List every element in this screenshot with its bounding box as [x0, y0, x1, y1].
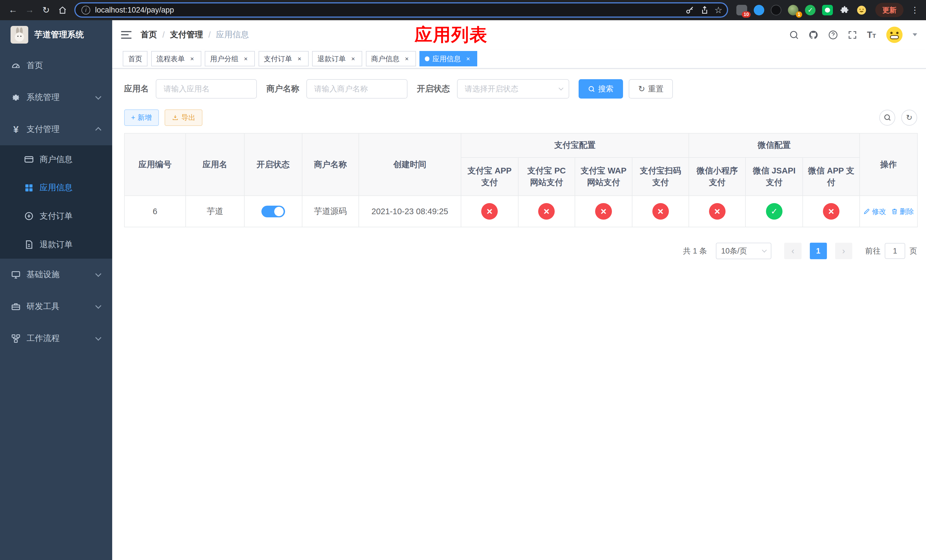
sidebar-toggle-icon[interactable]: [121, 31, 132, 39]
application-window: ← → ↻ i localhost:1024/pay/app ☆ 10: [0, 0, 926, 560]
edit-button[interactable]: 修改: [863, 207, 886, 216]
site-info-icon[interactable]: i: [82, 6, 90, 15]
page-annotation: 应用列表: [415, 23, 488, 47]
total-count: 共 1 条: [683, 246, 707, 256]
tab-merchant-info[interactable]: 商户信息×: [366, 51, 416, 67]
fullscreen-icon[interactable]: [847, 30, 857, 40]
toggle-search-button[interactable]: [879, 110, 895, 126]
delete-button[interactable]: 删除: [891, 207, 914, 216]
sidebar-item-payment[interactable]: ¥ 支付管理: [0, 114, 112, 145]
back-icon[interactable]: ←: [5, 2, 21, 18]
sidebar-item-refund-order[interactable]: 退款订单: [0, 230, 112, 259]
breadcrumb-payment[interactable]: 支付管理: [170, 29, 203, 41]
col-header-created: 创建时间: [359, 133, 461, 196]
top-navbar: 首页 / 支付管理 / 应用信息 应用列表: [112, 20, 926, 50]
col-header-app-id: 应用编号: [124, 133, 186, 196]
cell-app-id: 6: [124, 196, 186, 227]
sidebar-item-system[interactable]: 系统管理: [0, 82, 112, 114]
tab-pay-order[interactable]: 支付订单×: [259, 51, 309, 67]
search-button[interactable]: 搜索: [579, 79, 623, 98]
extension-check-icon[interactable]: ✓: [805, 5, 816, 15]
tab-home[interactable]: 首页: [123, 51, 147, 67]
add-button[interactable]: + 新增: [124, 109, 159, 126]
order-icon: [24, 211, 34, 221]
user-avatar[interactable]: [885, 26, 903, 44]
goto-unit: 页: [909, 246, 917, 256]
sidebar-item-merchant-info[interactable]: 商户信息: [0, 145, 112, 174]
refresh-table-button[interactable]: ↻: [901, 110, 917, 126]
reset-button[interactable]: ↻ 重置: [629, 79, 673, 98]
table-toolbar: + 新增 导出 ↻: [124, 109, 917, 126]
sidebar-item-app-info[interactable]: 应用信息: [0, 174, 112, 202]
tab-close-icon[interactable]: ×: [188, 55, 196, 63]
sidebar-item-label: 商户信息: [39, 154, 73, 165]
tab-user-group[interactable]: 用户分组×: [205, 51, 255, 67]
page-size-select[interactable]: 10条/页: [716, 243, 772, 259]
tab-close-icon[interactable]: ×: [242, 55, 250, 63]
sidebar-item-pay-order[interactable]: 支付订单: [0, 202, 112, 230]
navbar-actions: TT: [789, 26, 917, 44]
prev-page-button[interactable]: ‹: [784, 243, 801, 259]
browser-menu-icon[interactable]: ⋮: [911, 5, 919, 15]
col-header-alipay-qr: 支付宝扫码支付: [632, 157, 689, 196]
update-button[interactable]: 更新: [875, 3, 904, 17]
merchant-name-input[interactable]: [306, 79, 407, 98]
reload-icon[interactable]: ↻: [38, 2, 54, 18]
password-key-icon[interactable]: [685, 5, 695, 15]
extension-dark-icon[interactable]: [771, 5, 781, 15]
search-icon[interactable]: [789, 30, 799, 40]
next-page-button[interactable]: ›: [835, 243, 852, 259]
tab-process-form[interactable]: 流程表单×: [151, 51, 201, 67]
tab-close-icon[interactable]: ×: [350, 55, 357, 63]
forward-icon[interactable]: →: [21, 2, 38, 18]
github-icon[interactable]: [808, 30, 819, 40]
extension-avatar-icon[interactable]: 1: [788, 5, 799, 15]
goto-page-input[interactable]: [885, 243, 905, 259]
page-number-1[interactable]: 1: [810, 243, 827, 259]
bookmark-star-icon[interactable]: ☆: [714, 6, 722, 15]
font-size-icon[interactable]: TT: [867, 30, 876, 39]
extension-wechat-icon[interactable]: [822, 5, 832, 15]
app-name-input[interactable]: [156, 79, 257, 98]
workflow-icon: [11, 333, 21, 344]
wechat-mini-pay-status-icon: ×: [709, 203, 726, 219]
sidebar-item-dev-tools[interactable]: 研发工具: [0, 291, 112, 322]
alipay-qr-pay-status-icon: ×: [652, 203, 669, 219]
extension-grid-icon[interactable]: 10: [736, 5, 747, 15]
extension-emoji-icon[interactable]: [856, 5, 867, 15]
export-button[interactable]: 导出: [165, 109, 203, 126]
breadcrumb-home[interactable]: 首页: [141, 29, 157, 41]
chevron-down-icon: [95, 303, 101, 309]
col-header-merchant: 商户名称: [302, 133, 359, 196]
toolbox-icon: [11, 301, 21, 312]
sidebar-item-label: 支付订单: [39, 210, 73, 222]
tab-app-info[interactable]: 应用信息×: [419, 51, 477, 67]
col-header-alipay-pc: 支付宝 PC 网站支付: [518, 157, 575, 196]
pagination: 共 1 条 10条/页 ‹ 1 › 前往 页: [124, 243, 917, 259]
avatar-caret-icon[interactable]: [912, 33, 917, 36]
sidebar-item-infrastructure[interactable]: 基础设施: [0, 259, 112, 291]
tab-close-icon[interactable]: ×: [403, 55, 411, 63]
extension-drop-icon[interactable]: [754, 5, 764, 15]
enable-toggle[interactable]: [262, 206, 285, 217]
address-bar[interactable]: i localhost:1024/pay/app ☆: [74, 2, 728, 18]
url-text[interactable]: localhost:1024/pay/app: [95, 6, 680, 15]
col-header-alipay-wap: 支付宝 WAP 网站支付: [575, 157, 632, 196]
sidebar-item-label: 工作流程: [26, 333, 59, 344]
app-title: 芋道管理系统: [34, 29, 84, 41]
help-icon[interactable]: [828, 30, 838, 40]
home-icon[interactable]: [54, 2, 71, 18]
breadcrumb-current: 应用信息: [216, 29, 249, 41]
alipay-app-pay-status-icon: ×: [481, 203, 498, 219]
sidebar-item-workflow[interactable]: 工作流程: [0, 322, 112, 354]
sidebar-item-home[interactable]: 首页: [0, 50, 112, 82]
share-icon[interactable]: [700, 5, 710, 15]
tags-bar: 首页 流程表单× 用户分组× 支付订单× 退款订单× 商户信息× 应用信息×: [112, 50, 926, 68]
tab-close-icon[interactable]: ×: [465, 55, 472, 63]
tab-close-icon[interactable]: ×: [295, 55, 303, 63]
plus-icon: +: [131, 114, 135, 122]
status-select[interactable]: 请选择开启状态: [457, 79, 569, 98]
tab-refund-order[interactable]: 退款订单×: [312, 51, 362, 67]
extensions-puzzle-icon[interactable]: [839, 5, 850, 15]
alipay-pc-pay-status-icon: ×: [538, 203, 555, 219]
